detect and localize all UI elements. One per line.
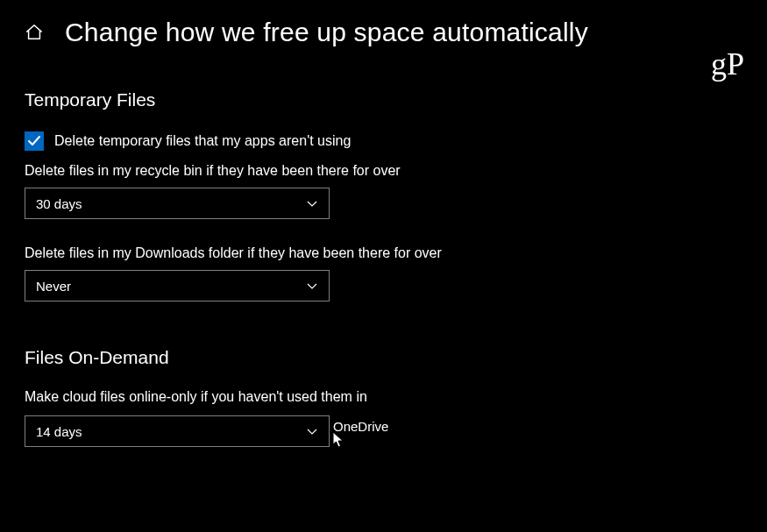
chevron-down-icon: [306, 280, 318, 292]
checkbox-delete-temp-files[interactable]: [25, 131, 44, 151]
watermark-logo: gP: [711, 46, 744, 82]
chevron-down-icon: [306, 425, 318, 437]
label-cloud-files: Make cloud files online-only if you have…: [25, 389, 742, 405]
home-icon[interactable]: [25, 23, 44, 42]
dropdown-downloads-folder[interactable]: Never: [25, 270, 330, 301]
label-recycle-bin: Delete files in my recycle bin if they h…: [25, 163, 742, 179]
mouse-cursor-icon: [332, 431, 344, 449]
dropdown-value-recycle-bin: 30 days: [36, 196, 82, 211]
chevron-down-icon: [306, 197, 318, 209]
section-heading-files-on-demand: Files On-Demand: [25, 347, 742, 368]
label-onedrive-suffix: OneDrive: [333, 419, 388, 434]
section-heading-temporary-files: Temporary Files: [25, 89, 742, 110]
checkbox-label-delete-temp-files: Delete temporary files that my apps aren…: [54, 133, 351, 149]
label-downloads-folder: Delete files in my Downloads folder if t…: [25, 245, 742, 261]
page-title: Change how we free up space automaticall…: [65, 18, 588, 47]
dropdown-recycle-bin[interactable]: 30 days: [25, 188, 330, 219]
dropdown-cloud-files[interactable]: 14 days: [25, 415, 330, 447]
dropdown-value-downloads-folder: Never: [36, 279, 71, 294]
dropdown-value-cloud-files: 14 days: [36, 424, 82, 439]
